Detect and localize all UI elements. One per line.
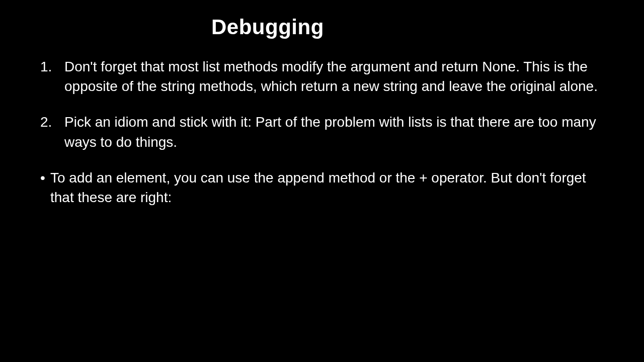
list-item: 1. Don't forget that most list methods m… <box>40 57 604 96</box>
bullet-text: To add an element, you can use the appen… <box>50 168 604 207</box>
item-text-1: Don't forget that most list methods modi… <box>64 57 604 96</box>
slide-container: Debugging 1. Don't forget that most list… <box>0 0 644 362</box>
bullet-item: • To add an element, you can use the app… <box>40 168 604 207</box>
slide-title: Debugging <box>211 15 604 39</box>
item-number-1: 1. <box>40 57 64 96</box>
item-text-2: Pick an idiom and stick with it: Part of… <box>64 112 604 151</box>
slide-content: 1. Don't forget that most list methods m… <box>40 57 604 207</box>
item-number-2: 2. <box>40 112 64 151</box>
bullet-marker: • <box>40 168 50 207</box>
list-item: 2. Pick an idiom and stick with it: Part… <box>40 112 604 151</box>
